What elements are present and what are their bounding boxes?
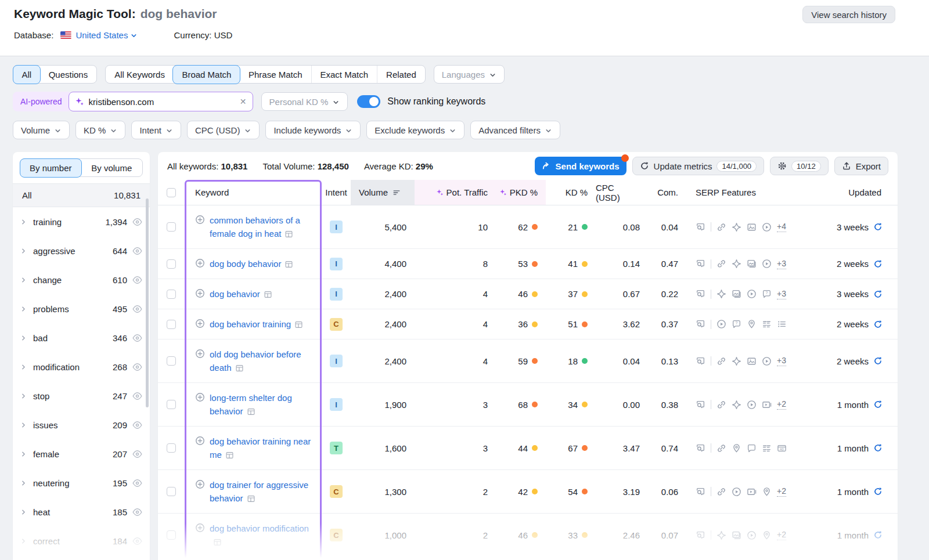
chevron-right-icon[interactable] xyxy=(20,363,27,371)
serp-preview-icon[interactable] xyxy=(696,259,705,269)
chevron-right-icon[interactable] xyxy=(20,508,27,516)
serp-page-icon[interactable] xyxy=(235,364,244,373)
eye-icon[interactable] xyxy=(132,362,143,373)
chevron-right-icon[interactable] xyxy=(20,479,27,487)
keyword-link[interactable]: dog body behavior xyxy=(210,257,293,270)
serp-more-features[interactable]: +2 xyxy=(777,399,786,410)
sidebar-item-all[interactable]: All 10,831 xyxy=(13,184,150,207)
view-search-history-button[interactable]: View search history xyxy=(802,6,895,23)
serp-more-features[interactable]: +2 xyxy=(777,486,786,497)
chevron-right-icon[interactable] xyxy=(20,450,27,458)
serp-page-icon[interactable] xyxy=(285,230,293,239)
keyword-link[interactable]: dog behavior xyxy=(210,287,272,301)
serp-preview-icon[interactable] xyxy=(696,319,705,329)
personal-kd-dropdown[interactable]: Personal KD % xyxy=(261,92,348,111)
sidebar-item-issues[interactable]: issues209 xyxy=(13,410,150,439)
column-header-keyword[interactable]: Keyword xyxy=(185,180,322,205)
eye-icon[interactable] xyxy=(132,216,143,227)
circle-plus-icon[interactable] xyxy=(195,349,205,359)
circle-plus-icon[interactable] xyxy=(195,258,205,268)
eye-icon[interactable] xyxy=(132,449,143,460)
row-checkbox[interactable] xyxy=(167,530,176,540)
eye-icon[interactable] xyxy=(132,420,143,431)
tab-phrase-match[interactable]: Phrase Match xyxy=(240,66,311,83)
domain-input[interactable] xyxy=(89,97,235,107)
circle-plus-icon[interactable] xyxy=(195,288,205,298)
eye-icon[interactable] xyxy=(132,304,143,315)
chevron-right-icon[interactable] xyxy=(20,537,27,545)
column-header-pkd[interactable]: PKD % xyxy=(496,180,546,205)
sidebar-scrollbar[interactable] xyxy=(146,198,149,407)
circle-plus-icon[interactable] xyxy=(195,479,205,489)
refresh-icon[interactable] xyxy=(873,259,883,269)
sidebar-item-modification[interactable]: modification268 xyxy=(13,352,150,381)
chevron-right-icon[interactable] xyxy=(20,392,27,400)
keyword-link[interactable]: common behaviors of a female dog in heat xyxy=(210,214,316,240)
filter-dropdown-advanced-filters[interactable]: Advanced filters xyxy=(470,121,560,139)
serp-preview-icon[interactable] xyxy=(696,487,705,497)
update-metrics-button[interactable]: Update metrics 14/1,000 xyxy=(632,157,764,175)
database-selector[interactable]: United States xyxy=(75,30,138,40)
row-checkbox[interactable] xyxy=(167,259,176,269)
row-checkbox[interactable] xyxy=(167,320,176,329)
send-keywords-button[interactable]: Send keywords xyxy=(535,157,626,175)
row-checkbox[interactable] xyxy=(167,443,176,453)
serp-page-icon[interactable] xyxy=(247,494,255,503)
filter-dropdown-exclude-keywords[interactable]: Exclude keywords xyxy=(366,121,464,139)
keyword-link[interactable]: dog behavior training near me xyxy=(210,435,316,461)
serp-more-features[interactable]: +3 xyxy=(777,356,786,366)
keyword-link[interactable]: dog trainer for aggressive behavior xyxy=(210,478,316,505)
circle-plus-icon[interactable] xyxy=(195,319,205,328)
serp-more-features[interactable]: +4 xyxy=(777,222,786,232)
chevron-right-icon[interactable] xyxy=(20,421,27,429)
chevron-right-icon[interactable] xyxy=(20,218,27,226)
keyword-link[interactable]: old dog behavior before death xyxy=(210,348,316,374)
filter-dropdown-kd[interactable]: KD % xyxy=(75,121,125,139)
clear-input-icon[interactable]: ✕ xyxy=(240,97,247,106)
refresh-icon[interactable] xyxy=(873,290,883,299)
filter-dropdown-intent[interactable]: Intent xyxy=(131,121,181,139)
show-ranking-keywords-toggle[interactable] xyxy=(357,95,380,108)
column-header-pot-traffic[interactable]: Pot. Traffic xyxy=(415,180,496,205)
serp-preview-icon[interactable] xyxy=(696,400,705,410)
keyword-link[interactable]: dog behavior modification xyxy=(210,522,316,548)
refresh-icon[interactable] xyxy=(873,222,883,232)
sidebar-item-change[interactable]: change610 xyxy=(13,265,150,294)
serp-preview-icon[interactable] xyxy=(696,222,705,232)
sidebar-item-stop[interactable]: stop247 xyxy=(13,381,150,410)
sidebar-item-heat[interactable]: heat185 xyxy=(13,497,150,526)
sidebar-item-aggressive[interactable]: aggressive644 xyxy=(13,236,150,265)
tab-related[interactable]: Related xyxy=(377,66,425,83)
tab-all[interactable]: All xyxy=(13,65,41,84)
eye-icon[interactable] xyxy=(132,536,143,547)
refresh-icon[interactable] xyxy=(873,530,883,540)
serp-preview-icon[interactable] xyxy=(696,530,705,540)
row-checkbox[interactable] xyxy=(167,290,176,299)
eye-icon[interactable] xyxy=(132,478,143,489)
serp-preview-icon[interactable] xyxy=(696,443,705,453)
filter-dropdown-cpc-usd[interactable]: CPC (USD) xyxy=(187,121,260,139)
column-header-cpc[interactable]: CPC (USD) xyxy=(596,180,648,205)
row-checkbox[interactable] xyxy=(167,356,176,366)
export-button[interactable]: Export xyxy=(834,157,888,175)
refresh-icon[interactable] xyxy=(873,487,883,496)
column-header-com[interactable]: Com. xyxy=(648,180,686,205)
filter-dropdown-volume[interactable]: Volume xyxy=(13,121,70,139)
serp-page-icon[interactable] xyxy=(294,320,303,329)
tab-exact-match[interactable]: Exact Match xyxy=(311,66,377,83)
chevron-right-icon[interactable] xyxy=(20,276,27,284)
column-header-serp-features[interactable]: SERP Features xyxy=(686,180,816,205)
column-header-updated[interactable]: Updated xyxy=(816,180,898,205)
serp-preview-icon[interactable] xyxy=(696,356,705,366)
sidebar-item-bad[interactable]: bad346 xyxy=(13,323,150,352)
circle-plus-icon[interactable] xyxy=(195,436,205,446)
tab-all-keywords[interactable]: All Keywords xyxy=(106,66,174,83)
circle-plus-icon[interactable] xyxy=(195,215,205,225)
row-checkbox[interactable] xyxy=(167,487,176,496)
circle-plus-icon[interactable] xyxy=(195,523,205,533)
sidebar-item-neutering[interactable]: neutering195 xyxy=(13,468,150,497)
eye-icon[interactable] xyxy=(132,333,143,344)
row-checkbox[interactable] xyxy=(167,400,176,409)
settings-button[interactable]: 10/12 xyxy=(770,157,829,175)
sidebar-item-training[interactable]: training1,394 xyxy=(13,207,150,236)
